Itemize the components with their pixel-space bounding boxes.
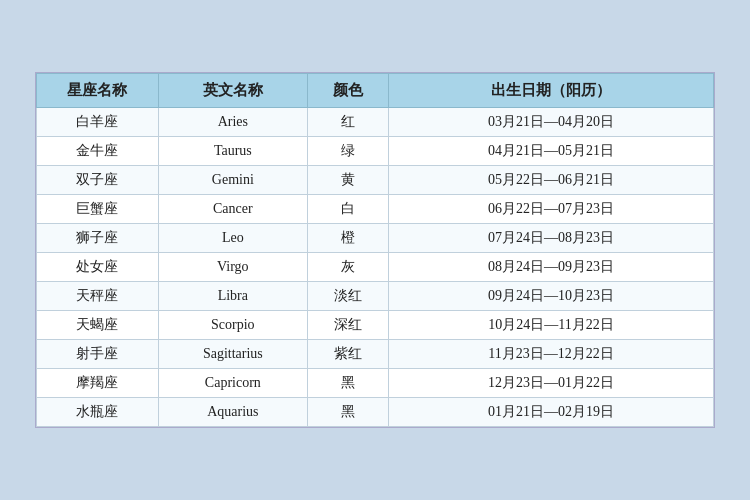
cell-en: Sagittarius xyxy=(158,340,307,369)
cell-color: 黄 xyxy=(307,166,388,195)
table-row: 狮子座Leo橙07月24日—08月23日 xyxy=(37,224,714,253)
header-cn: 星座名称 xyxy=(37,74,159,108)
cell-cn: 金牛座 xyxy=(37,137,159,166)
table-row: 处女座Virgo灰08月24日—09月23日 xyxy=(37,253,714,282)
cell-color: 淡红 xyxy=(307,282,388,311)
cell-cn: 摩羯座 xyxy=(37,369,159,398)
table-row: 摩羯座Capricorn黑12月23日—01月22日 xyxy=(37,369,714,398)
cell-cn: 水瓶座 xyxy=(37,398,159,427)
cell-en: Scorpio xyxy=(158,311,307,340)
cell-date: 05月22日—06月21日 xyxy=(389,166,714,195)
cell-cn: 天蝎座 xyxy=(37,311,159,340)
cell-color: 黑 xyxy=(307,369,388,398)
cell-date: 11月23日—12月22日 xyxy=(389,340,714,369)
cell-en: Libra xyxy=(158,282,307,311)
cell-en: Aquarius xyxy=(158,398,307,427)
cell-date: 04月21日—05月21日 xyxy=(389,137,714,166)
cell-cn: 射手座 xyxy=(37,340,159,369)
table-row: 金牛座Taurus绿04月21日—05月21日 xyxy=(37,137,714,166)
cell-cn: 双子座 xyxy=(37,166,159,195)
cell-color: 灰 xyxy=(307,253,388,282)
cell-cn: 狮子座 xyxy=(37,224,159,253)
cell-date: 01月21日—02月19日 xyxy=(389,398,714,427)
cell-en: Capricorn xyxy=(158,369,307,398)
header-date: 出生日期（阳历） xyxy=(389,74,714,108)
cell-color: 紫红 xyxy=(307,340,388,369)
table-body: 白羊座Aries红03月21日—04月20日金牛座Taurus绿04月21日—0… xyxy=(37,108,714,427)
table-row: 巨蟹座Cancer白06月22日—07月23日 xyxy=(37,195,714,224)
cell-date: 09月24日—10月23日 xyxy=(389,282,714,311)
cell-en: Leo xyxy=(158,224,307,253)
header-color: 颜色 xyxy=(307,74,388,108)
cell-en: Virgo xyxy=(158,253,307,282)
cell-date: 07月24日—08月23日 xyxy=(389,224,714,253)
cell-en: Aries xyxy=(158,108,307,137)
cell-date: 03月21日—04月20日 xyxy=(389,108,714,137)
cell-color: 白 xyxy=(307,195,388,224)
cell-en: Gemini xyxy=(158,166,307,195)
cell-cn: 白羊座 xyxy=(37,108,159,137)
cell-color: 红 xyxy=(307,108,388,137)
cell-color: 橙 xyxy=(307,224,388,253)
cell-date: 08月24日—09月23日 xyxy=(389,253,714,282)
header-en: 英文名称 xyxy=(158,74,307,108)
cell-date: 12月23日—01月22日 xyxy=(389,369,714,398)
cell-en: Cancer xyxy=(158,195,307,224)
cell-color: 黑 xyxy=(307,398,388,427)
table-row: 天秤座Libra淡红09月24日—10月23日 xyxy=(37,282,714,311)
table-row: 射手座Sagittarius紫红11月23日—12月22日 xyxy=(37,340,714,369)
cell-cn: 巨蟹座 xyxy=(37,195,159,224)
table-row: 双子座Gemini黄05月22日—06月21日 xyxy=(37,166,714,195)
cell-color: 深红 xyxy=(307,311,388,340)
cell-cn: 天秤座 xyxy=(37,282,159,311)
cell-date: 06月22日—07月23日 xyxy=(389,195,714,224)
zodiac-table: 星座名称 英文名称 颜色 出生日期（阳历） 白羊座Aries红03月21日—04… xyxy=(36,73,714,427)
cell-cn: 处女座 xyxy=(37,253,159,282)
table-row: 天蝎座Scorpio深红10月24日—11月22日 xyxy=(37,311,714,340)
cell-date: 10月24日—11月22日 xyxy=(389,311,714,340)
cell-en: Taurus xyxy=(158,137,307,166)
cell-color: 绿 xyxy=(307,137,388,166)
table-header-row: 星座名称 英文名称 颜色 出生日期（阳历） xyxy=(37,74,714,108)
table-row: 白羊座Aries红03月21日—04月20日 xyxy=(37,108,714,137)
table-row: 水瓶座Aquarius黑01月21日—02月19日 xyxy=(37,398,714,427)
zodiac-table-container: 星座名称 英文名称 颜色 出生日期（阳历） 白羊座Aries红03月21日—04… xyxy=(35,72,715,428)
